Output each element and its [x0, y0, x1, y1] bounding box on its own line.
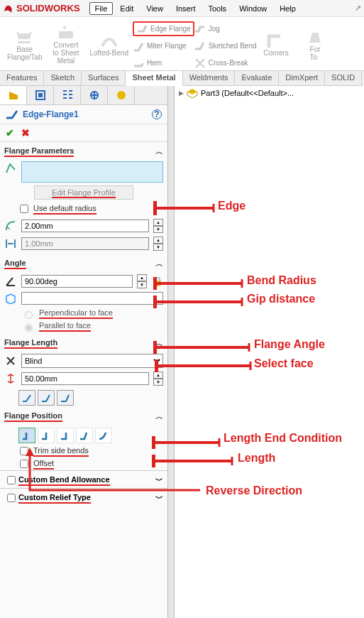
- pm-tab-display[interactable]: [81, 86, 108, 104]
- angle-icon: [4, 275, 17, 288]
- length-type-1[interactable]: [18, 390, 35, 406]
- graphics-area[interactable]: ▶ Part3 (Default<<Default>...: [175, 86, 364, 618]
- svg-point-4: [117, 91, 126, 99]
- radio-perpendicular[interactable]: Perpendicular to face: [4, 308, 163, 319]
- radio-parallel[interactable]: Parallel to face: [4, 321, 163, 332]
- tab-surfaces[interactable]: Surfaces: [82, 71, 126, 86]
- length-type-2[interactable]: [38, 390, 55, 406]
- custom-bend-allowance[interactable]: Custom Bend Allowance﹀: [0, 470, 167, 488]
- ribbon-corners[interactable]: Corners: [257, 18, 296, 70]
- gap-distance-spinner: ▲▼: [153, 237, 163, 251]
- ds-logo-icon: [3, 3, 14, 14]
- pm-tab-properties[interactable]: [27, 86, 54, 104]
- ribbon-miter-flange[interactable]: Miter Flange: [133, 39, 194, 53]
- bend-radius-spinner[interactable]: ▲▼: [153, 219, 163, 233]
- ribbon-sheet-metal: Base Flange/Tab Convert to Sheet Metal L…: [0, 17, 364, 71]
- trim-side-bends-checkbox[interactable]: Trim side bends: [4, 445, 163, 457]
- offset-checkbox[interactable]: Offset: [4, 457, 163, 470]
- ribbon-edge-flange[interactable]: Edge Flange: [133, 21, 194, 36]
- edge-select-icon: [4, 161, 17, 183]
- position-material-inside[interactable]: [18, 428, 35, 443]
- length-type-3[interactable]: [57, 390, 74, 406]
- feature-name: Edge-Flange1: [23, 109, 79, 119]
- pm-tab-feature[interactable]: [0, 86, 27, 104]
- ok-button[interactable]: ✔: [6, 127, 14, 139]
- tab-weldments[interactable]: Weldments: [183, 71, 236, 86]
- edge-flange-icon: [6, 109, 18, 120]
- collapse-angle[interactable]: ︿: [155, 259, 163, 269]
- bend-radius-input[interactable]: [21, 219, 149, 232]
- select-face-field[interactable]: [21, 292, 163, 305]
- ribbon-sketched-bend[interactable]: Sketched Bend: [194, 38, 257, 53]
- ribbon-hem[interactable]: Hem: [133, 56, 194, 70]
- group-angle: Angle: [4, 259, 26, 269]
- menu-edit[interactable]: Edit: [114, 2, 139, 15]
- gap-distance-input: [21, 237, 149, 250]
- menu-window[interactable]: Window: [233, 2, 272, 15]
- menu-view[interactable]: View: [140, 2, 169, 15]
- use-default-radius-checkbox[interactable]: Use default radius: [4, 202, 163, 215]
- menu-file[interactable]: File: [89, 2, 114, 15]
- cancel-button[interactable]: ✖: [21, 127, 30, 139]
- group-flange-length: Flange Length: [4, 338, 57, 349]
- app-logo: SOLIDWORKS: [3, 3, 80, 14]
- flange-length-spinner[interactable]: ▲▼: [153, 372, 163, 386]
- svg-rect-2: [38, 93, 43, 97]
- app-name: SOLIDWORKS: [16, 3, 80, 13]
- group-flange-position: Flange Position: [4, 411, 62, 422]
- collapse-flange-length[interactable]: ︿: [155, 338, 163, 349]
- pm-tab-appearance[interactable]: [108, 86, 135, 104]
- breadcrumb[interactable]: ▶ Part3 (Default<<Default>...: [175, 86, 364, 100]
- panel-scrollbar[interactable]: [168, 86, 175, 618]
- command-tabs: Features Sketch Surfaces Sheet Metal Wel…: [0, 71, 364, 86]
- ribbon-cross-break[interactable]: Cross-Break: [194, 56, 257, 70]
- menu-bar: SOLIDWORKS File Edit View Insert Tools W…: [0, 0, 364, 17]
- property-manager: Edge-Flange1 ? ✔ ✖ Flange Parameters ︿ E…: [0, 86, 168, 618]
- edge-selection-field[interactable]: [21, 161, 163, 183]
- length-end-condition[interactable]: Blind: [21, 354, 163, 368]
- menu-help[interactable]: Help: [274, 2, 302, 15]
- flange-length-input[interactable]: [21, 372, 149, 385]
- menu-insert[interactable]: Insert: [170, 2, 202, 15]
- lock-icon[interactable]: 🔒: [153, 276, 163, 286]
- flange-angle-spinner[interactable]: ▲▼: [137, 274, 147, 288]
- tab-features[interactable]: Features: [0, 71, 44, 86]
- face-icon: [4, 292, 17, 305]
- part-icon: [187, 88, 198, 98]
- pm-tab-config[interactable]: [54, 86, 81, 104]
- svg-rect-0: [59, 31, 73, 38]
- tab-evaluate[interactable]: Evaluate: [235, 71, 279, 86]
- ribbon-convert[interactable]: Convert to Sheet Metal: [46, 18, 85, 70]
- flange-angle-input[interactable]: [21, 275, 133, 288]
- bend-radius-icon: [4, 219, 17, 232]
- group-flange-params: Flange Parameters: [4, 146, 74, 157]
- length-icon: [4, 372, 17, 385]
- tab-sheet-metal[interactable]: Sheet Metal: [126, 71, 182, 86]
- tab-solidworks-addins[interactable]: SOLID: [325, 71, 362, 86]
- gap-distance-icon: [4, 237, 17, 250]
- position-tangent-bend[interactable]: [95, 428, 112, 443]
- position-bend-outside[interactable]: [57, 428, 74, 443]
- menu-tools[interactable]: Tools: [202, 2, 232, 15]
- edit-flange-profile-button[interactable]: Edit Flange Profile: [34, 185, 133, 200]
- tab-dimxpert[interactable]: DimXpert: [279, 71, 325, 86]
- reverse-direction-icon[interactable]: [4, 354, 17, 367]
- position-virtual-sharp[interactable]: [76, 428, 93, 443]
- ribbon-base-flange[interactable]: Base Flange/Tab: [3, 18, 46, 70]
- ribbon-lofted-bend[interactable]: Lofted-Bend: [85, 18, 133, 70]
- help-icon[interactable]: ?: [152, 109, 162, 119]
- collapse-flange-params[interactable]: ︿: [155, 146, 163, 157]
- menu-pin-icon[interactable]: ↗: [355, 4, 361, 13]
- ribbon-jog[interactable]: Jog: [194, 21, 257, 36]
- ribbon-forming-tool[interactable]: For To: [296, 18, 335, 70]
- custom-relief-type[interactable]: Custom Relief Type﹀: [0, 488, 167, 506]
- collapse-flange-position[interactable]: ︿: [155, 411, 163, 422]
- position-material-outside[interactable]: [38, 428, 55, 443]
- tab-sketch[interactable]: Sketch: [44, 71, 82, 86]
- pm-tabs: [0, 86, 167, 105]
